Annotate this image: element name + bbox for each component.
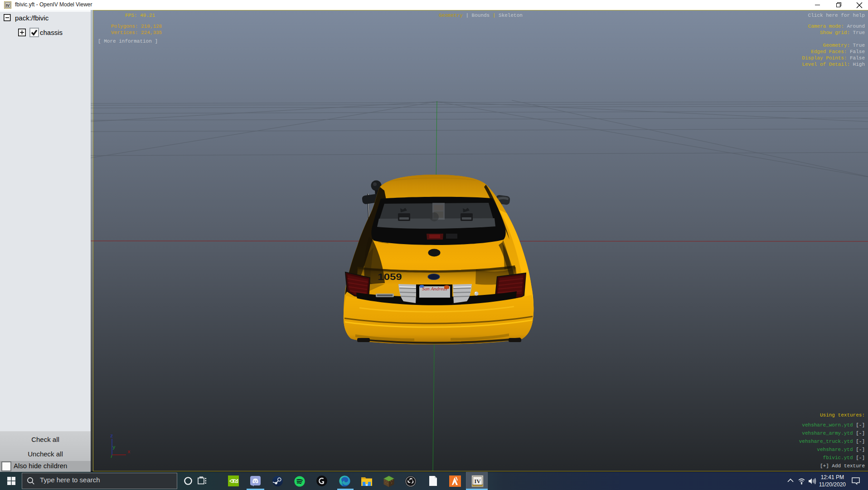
svg-text:1059: 1059: [378, 271, 402, 282]
svg-text:IV: IV: [6, 3, 10, 8]
svg-text:IV: IV: [474, 478, 481, 485]
svg-text:x: x: [127, 449, 131, 455]
svg-text:San Andreas: San Andreas: [422, 286, 447, 291]
svg-text:y: y: [112, 445, 116, 450]
svg-text:z: z: [110, 433, 113, 439]
